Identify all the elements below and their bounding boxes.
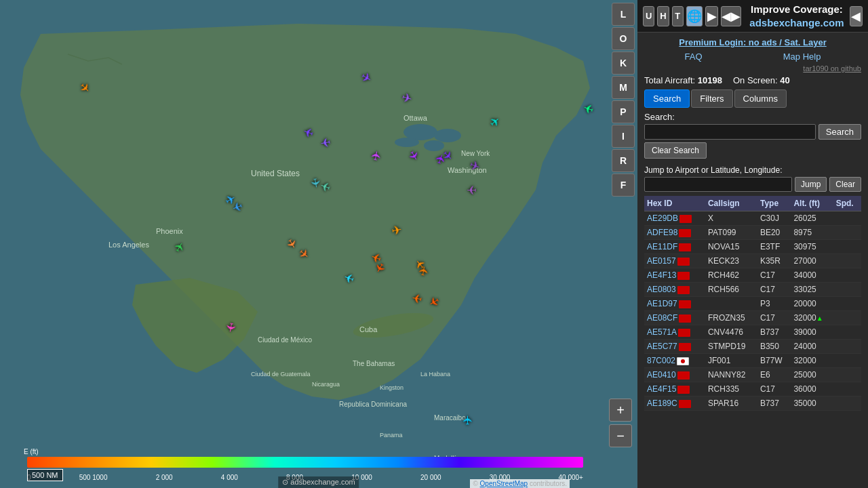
table-row[interactable]: AE5C77 STMPD19 B350 24000 bbox=[644, 340, 861, 354]
jump-button[interactable]: Jump bbox=[795, 177, 827, 192]
nav-btn-o[interactable]: O bbox=[612, 27, 635, 50]
table-row[interactable]: 87C002 JF001 B77W 32000 bbox=[644, 354, 861, 368]
total-aircraft-label: Total Aircraft: 10198 bbox=[644, 75, 722, 85]
table-row[interactable]: AE189C SPAR16 B737 35000 bbox=[644, 396, 861, 411]
nav-btn-m[interactable]: M bbox=[612, 76, 635, 99]
cell-hex: AE29DB bbox=[644, 211, 705, 226]
cell-callsign: CNV4476 bbox=[705, 325, 757, 340]
tab-columns[interactable]: Columns bbox=[734, 89, 787, 108]
jump-input[interactable] bbox=[644, 177, 792, 192]
cell-hex: AE1D97 bbox=[644, 297, 705, 311]
btn-h[interactable]: H bbox=[657, 6, 669, 26]
cell-hex: AE11DF bbox=[644, 240, 705, 254]
table-row[interactable]: AE571A CNV4476 B737 39000 bbox=[644, 325, 861, 340]
map-help-link[interactable]: Map Help bbox=[783, 52, 821, 62]
globe-icon-btn[interactable]: 🌐 bbox=[686, 6, 703, 26]
cell-hex: AE0803 bbox=[644, 283, 705, 297]
cell-alt: 30975 bbox=[791, 240, 833, 254]
cell-callsign: STMPD19 bbox=[705, 340, 757, 354]
nav-btn-r[interactable]: R bbox=[612, 149, 635, 172]
zoom-in-button[interactable]: + bbox=[609, 399, 632, 422]
svg-text:Republica Dominicana: Republica Dominicana bbox=[339, 401, 407, 408]
aircraft-table: Hex ID Callsign Type Alt. (ft) Spd. AE29… bbox=[644, 196, 861, 411]
cell-type: K35R bbox=[757, 254, 791, 268]
cell-alt: 33025 bbox=[791, 283, 833, 297]
cell-spd bbox=[833, 382, 861, 396]
col-type[interactable]: Type bbox=[757, 196, 791, 211]
clear-search-button[interactable]: Clear Search bbox=[644, 142, 707, 159]
table-row[interactable]: ADFE98 PAT099 BE20 8975 bbox=[644, 226, 861, 240]
arrows-btn[interactable]: ◀▶ bbox=[721, 6, 741, 26]
cell-spd bbox=[833, 268, 861, 283]
cell-spd bbox=[833, 283, 861, 297]
svg-text:United States: United States bbox=[251, 169, 300, 178]
adsbexchange-link[interactable]: adsbexchange.com bbox=[749, 17, 844, 28]
aircraft-icon[interactable]: ✈ bbox=[467, 182, 477, 197]
table-row[interactable]: AE11DF NOVA15 E3TF 30975 bbox=[644, 240, 861, 254]
nav-btn-l[interactable]: L bbox=[612, 3, 635, 26]
github-link[interactable]: tar1090 on github bbox=[803, 64, 861, 73]
cell-callsign: PAT099 bbox=[705, 226, 757, 240]
back-btn[interactable]: ◀ bbox=[850, 6, 863, 26]
nav-btn-k[interactable]: K bbox=[612, 52, 635, 75]
table-row[interactable]: AE0410 NANNY82 E6 25000 bbox=[644, 368, 861, 382]
svg-point-2 bbox=[434, 129, 461, 142]
col-callsign[interactable]: Callsign bbox=[705, 196, 757, 211]
svg-text:Los Angeles: Los Angeles bbox=[108, 241, 149, 249]
col-alt[interactable]: Alt. (ft) bbox=[791, 196, 833, 211]
flag-us bbox=[677, 286, 690, 294]
svg-text:Panama: Panama bbox=[380, 432, 403, 439]
tab-search[interactable]: Search bbox=[644, 89, 690, 108]
search-button[interactable]: Search bbox=[818, 124, 861, 140]
table-row[interactable]: AE29DB X C30J 26025 bbox=[644, 211, 861, 226]
premium-link-text: Premium Login: no ads / Sat. Layer bbox=[644, 37, 861, 49]
flag-us bbox=[679, 229, 691, 237]
tab-filters[interactable]: Filters bbox=[691, 89, 732, 108]
cell-spd bbox=[833, 240, 861, 254]
table-row[interactable]: AE0157 KECK23 K35R 27000 bbox=[644, 254, 861, 268]
col-spd[interactable]: Spd. bbox=[833, 196, 861, 211]
zoom-out-button[interactable]: − bbox=[609, 424, 632, 447]
nav-btn-p[interactable]: P bbox=[612, 100, 635, 123]
attribution-icon: ⊙ bbox=[282, 478, 288, 486]
cell-callsign: JF001 bbox=[705, 354, 757, 368]
faq-link[interactable]: FAQ bbox=[685, 52, 703, 62]
cell-spd bbox=[833, 297, 861, 311]
search-row: Search bbox=[644, 124, 861, 140]
table-row[interactable]: AE4F15 RCH335 C17 36000 bbox=[644, 382, 861, 396]
on-screen-value: 40 bbox=[780, 75, 789, 85]
next-btn[interactable]: ▶ bbox=[705, 6, 718, 26]
svg-text:Ciudad de Guatemala: Ciudad de Guatemala bbox=[251, 371, 311, 378]
svg-text:Phoenix: Phoenix bbox=[156, 227, 183, 235]
table-row[interactable]: AE4F13 RCH462 C17 34000 bbox=[644, 268, 861, 283]
svg-point-4 bbox=[395, 138, 419, 147]
svg-text:La Habana: La Habana bbox=[420, 371, 450, 378]
cell-spd bbox=[833, 396, 861, 411]
altitude-color-bar bbox=[27, 457, 583, 468]
btn-u[interactable]: U bbox=[643, 6, 654, 26]
flag-us bbox=[678, 329, 690, 337]
cell-callsign bbox=[705, 297, 757, 311]
clear-jump-button[interactable]: Clear bbox=[829, 177, 861, 192]
map-container[interactable]: Los Angeles Phoenix United States Washin… bbox=[0, 0, 637, 488]
table-row[interactable]: AE08CF FROZN35 C17 32000▲ bbox=[644, 311, 861, 325]
cell-callsign: X bbox=[705, 211, 757, 226]
premium-link[interactable]: Premium Login: no ads / Sat. Layer bbox=[679, 37, 826, 47]
nav-btn-i[interactable]: I bbox=[612, 125, 635, 148]
btn-t[interactable]: T bbox=[672, 6, 684, 26]
col-hex-id[interactable]: Hex ID bbox=[644, 196, 705, 211]
nav-btn-f[interactable]: F bbox=[612, 174, 635, 197]
search-input[interactable] bbox=[644, 124, 816, 140]
aircraft-icon[interactable]: ✈ bbox=[460, 415, 475, 426]
cell-hex: AE08CF bbox=[644, 311, 705, 325]
flag-us bbox=[677, 386, 690, 394]
cell-alt: 36000 bbox=[791, 382, 833, 396]
svg-text:Nicaragua: Nicaragua bbox=[312, 381, 340, 388]
cell-hex: AE0410 bbox=[644, 368, 705, 382]
table-row[interactable]: AE0803 RCH566 C17 33025 bbox=[644, 283, 861, 297]
cell-alt: 32000▲ bbox=[791, 311, 833, 325]
aircraft-table-container[interactable]: Hex ID Callsign Type Alt. (ft) Spd. AE29… bbox=[644, 196, 861, 484]
svg-text:The Bahamas: The Bahamas bbox=[353, 360, 395, 367]
cell-spd bbox=[833, 226, 861, 240]
table-row[interactable]: AE1D97 P3 20000 bbox=[644, 297, 861, 311]
